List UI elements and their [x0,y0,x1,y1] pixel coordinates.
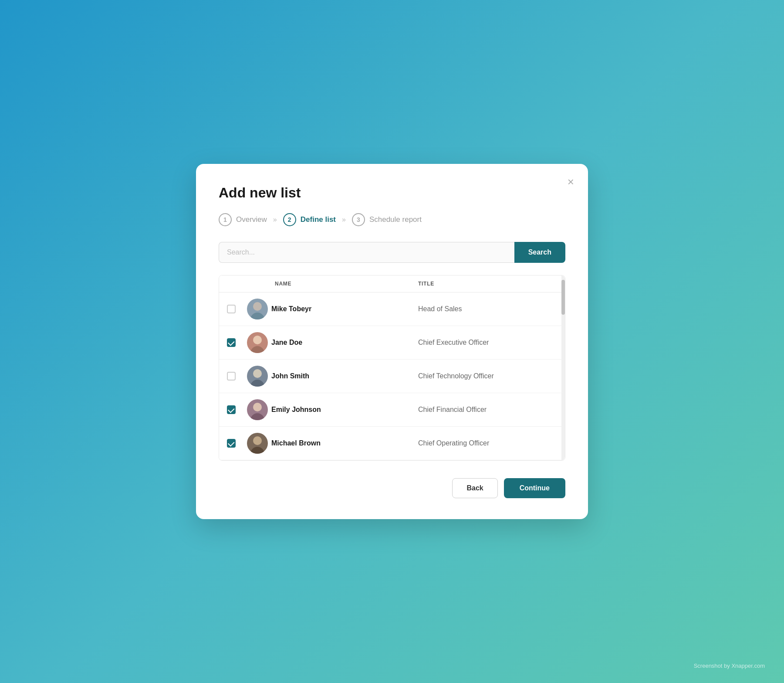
avatar-2 [247,332,268,353]
chevron-2-icon: » [342,216,346,224]
avatar-cell-3 [243,366,271,387]
search-button[interactable]: Search [514,242,565,263]
chevron-1-icon: » [273,216,277,224]
back-button[interactable]: Back [452,478,497,498]
avatar-3 [247,366,268,387]
table-row: Michael Brown Chief Operating Officer [219,427,565,460]
svg-point-3 [253,336,262,344]
title-column-header: TITLE [418,281,565,287]
checkbox-cell-4[interactable] [219,405,243,414]
person-title-1: Head of Sales [418,305,565,313]
search-row: Search [219,242,565,263]
step-3-circle: 3 [352,213,365,226]
svg-point-8 [250,447,264,454]
svg-point-6 [250,413,264,420]
step-schedule-report[interactable]: 3 Schedule report [352,213,422,226]
avatar-cell-5 [243,433,271,454]
step-overview[interactable]: 1 Overview [219,213,267,226]
step-3-label: Schedule report [369,215,422,224]
avatar-1 [247,299,268,319]
search-input[interactable] [219,242,514,263]
person-name-2: Jane Doe [271,339,418,347]
avatar-5 [247,433,268,454]
svg-point-7 [253,403,262,411]
person-name-4: Emily Johnson [271,406,418,414]
person-title-2: Chief Executive Officer [418,339,565,347]
continue-button[interactable]: Continue [504,478,565,498]
avatar-cell-1 [243,299,271,319]
checkbox-cell-2[interactable] [219,338,243,347]
step-2-label: Define list [301,215,336,224]
person-title-5: Chief Operating Officer [418,439,565,447]
step-define-list[interactable]: 2 Define list [283,213,336,226]
checkbox-1[interactable] [227,305,236,313]
svg-point-0 [250,313,264,319]
name-column-header: NAME [271,281,418,287]
step-1-circle: 1 [219,213,232,226]
add-new-list-modal: × Add new list 1 Overview » 2 Define lis… [196,164,588,519]
modal-title: Add new list [219,185,565,201]
svg-point-2 [250,346,264,353]
checkbox-2[interactable] [227,338,236,347]
person-title-3: Chief Technology Officer [418,372,565,380]
checkbox-cell-5[interactable] [219,439,243,448]
svg-point-4 [250,380,264,387]
checkbox-cell-1[interactable] [219,305,243,313]
checkbox-cell-3[interactable] [219,372,243,381]
person-name-1: Mike Tobeyr [271,305,418,313]
table-header: NAME TITLE [219,275,565,292]
close-button[interactable]: × [568,176,574,187]
checkbox-3[interactable] [227,372,236,381]
person-name-5: Michael Brown [271,439,418,447]
footer-buttons: Back Continue [219,476,565,498]
stepper: 1 Overview » 2 Define list » 3 Schedule … [219,213,565,226]
svg-point-1 [253,302,262,311]
avatar-cell-4 [243,399,271,420]
step-2-circle: 2 [283,213,296,226]
table-row: John Smith Chief Technology Officer [219,360,565,393]
scrollbar-track[interactable] [561,275,565,460]
table-row: Jane Doe Chief Executive Officer [219,326,565,360]
checkbox-5[interactable] [227,439,236,448]
avatar-cell-2 [243,332,271,353]
svg-point-9 [253,436,262,445]
checkbox-4[interactable] [227,405,236,414]
table-row: Emily Johnson Chief Financial Officer [219,393,565,427]
watermark: Screenshot by Xnapper.com [694,663,765,669]
people-table: NAME TITLE Mike Tobeyr Head of Sales [219,275,565,461]
table-row: Mike Tobeyr Head of Sales [219,292,565,326]
person-name-3: John Smith [271,372,418,380]
scrollbar-thumb[interactable] [561,280,565,315]
avatar-4 [247,399,268,420]
person-title-4: Chief Financial Officer [418,406,565,414]
step-1-label: Overview [236,215,267,224]
svg-point-5 [253,369,262,378]
